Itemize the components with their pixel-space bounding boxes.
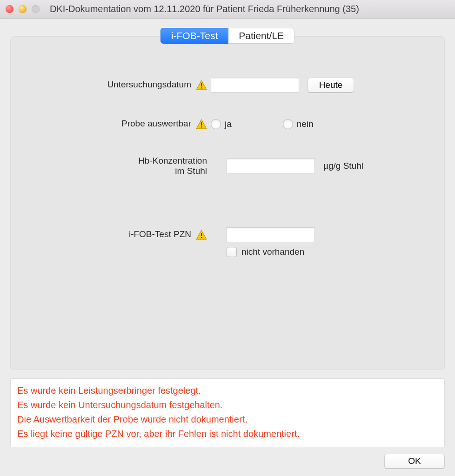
ok-button[interactable]: OK	[384, 454, 445, 469]
svg-rect-7	[201, 233, 202, 236]
warning-icon	[196, 119, 207, 130]
evaluable-no-label: nein	[297, 119, 314, 129]
pzn-label: i-FOB-Test PZN	[129, 229, 191, 239]
hb-input[interactable]	[227, 159, 315, 173]
row-hb: Hb-Konzentration im Stuhl µg/g Stuhl	[39, 156, 416, 176]
tab-patient-le[interactable]: Patient/LE	[228, 28, 294, 44]
svg-rect-2	[201, 87, 202, 88]
exam-date-input[interactable]	[211, 78, 299, 93]
evaluable-yes-label: ja	[225, 119, 232, 129]
row-evaluable: Probe auswertbar ja nein	[39, 119, 416, 130]
pzn-input[interactable]	[227, 227, 315, 242]
tab-pane-i-fob-test: Untersuchungsdatum Heute Probe auswertba…	[10, 36, 445, 370]
window-minimize-button[interactable]	[19, 5, 27, 13]
today-button[interactable]: Heute	[308, 78, 354, 93]
row-pzn-na: nicht vorhanden	[39, 247, 416, 257]
error-line: Es wurde kein Leistungserbringer festgel…	[17, 383, 438, 398]
dialog-footer: OK	[10, 454, 445, 469]
warning-icon	[196, 229, 207, 240]
pzn-not-available-label: nicht vorhanden	[241, 247, 304, 257]
hb-unit: µg/g Stuhl	[323, 161, 363, 171]
tab-i-fob-test[interactable]: i-FOB-Test	[161, 28, 228, 44]
window-titlebar: DKI-Dokumentation vom 12.11.2020 für Pat…	[0, 0, 455, 19]
error-panel: Es wurde kein Leistungserbringer festgel…	[10, 378, 445, 447]
window-title: DKI-Dokumentation vom 12.11.2020 für Pat…	[40, 4, 449, 14]
svg-rect-4	[201, 122, 202, 126]
svg-rect-8	[201, 237, 202, 238]
svg-rect-5	[201, 126, 202, 127]
error-line: Die Auswertbarkeit der Probe wurde nicht…	[17, 412, 438, 427]
error-line: Es wurde kein Untersuchungsdatum festgeh…	[17, 398, 438, 412]
row-pzn: i-FOB-Test PZN	[39, 227, 416, 242]
traffic-lights	[6, 5, 40, 13]
evaluable-label: Probe auswertbar	[121, 119, 191, 129]
evaluable-no-radio[interactable]	[283, 119, 293, 129]
tabbar: i-FOB-Test Patient/LE	[161, 28, 294, 44]
warning-icon	[196, 79, 207, 91]
window-close-button[interactable]	[6, 5, 13, 13]
evaluable-yes-radio[interactable]	[211, 119, 221, 129]
evaluable-radio-group: ja nein	[211, 119, 314, 129]
exam-date-label: Untersuchungsdatum	[107, 79, 191, 90]
error-line: Es liegt keine gültige PZN vor, aber ihr…	[17, 427, 438, 441]
row-exam-date: Untersuchungsdatum Heute	[39, 78, 416, 93]
svg-rect-1	[201, 83, 202, 86]
hb-label: Hb-Konzentration im Stuhl	[138, 156, 207, 176]
window-zoom-button[interactable]	[32, 5, 40, 13]
pzn-not-available-checkbox[interactable]	[227, 247, 237, 257]
